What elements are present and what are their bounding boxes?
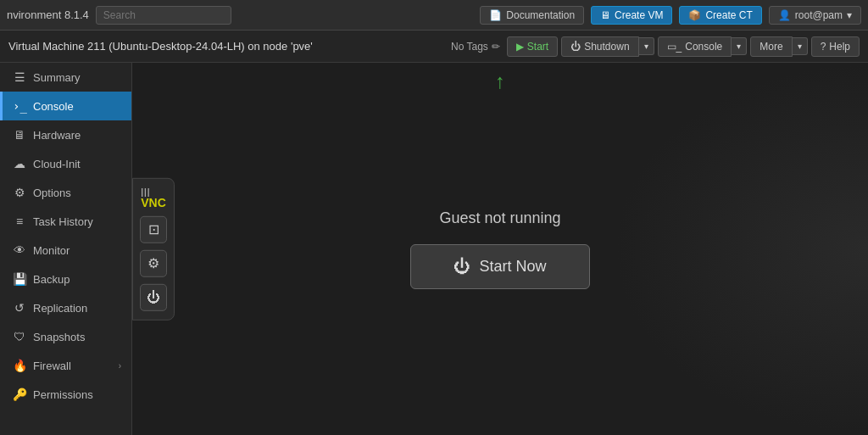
sidebar-item-hardware[interactable]: 🖥 Hardware (0, 120, 131, 149)
task-history-icon: ≡ (13, 215, 26, 228)
console-label: Console (685, 41, 722, 53)
start-now-label: Start Now (479, 258, 546, 276)
snapshots-icon: 🛡 (13, 330, 26, 343)
vnc-power-button[interactable]: ⏻ (140, 284, 167, 311)
sidebar-item-task-history[interactable]: ≡ Task History (0, 207, 131, 236)
vnc-text: VNC (141, 196, 166, 209)
sidebar-item-permissions[interactable]: 🔑 Permissions (0, 380, 131, 409)
start-label: Start (527, 41, 548, 53)
user-label: root@pam (795, 9, 843, 21)
shutdown-dropdown-arrow[interactable]: ▾ (639, 37, 654, 55)
sidebar-item-label: Console (33, 100, 74, 113)
vnc-logo: ||| VNC (141, 187, 166, 209)
help-button[interactable]: ? Help (811, 36, 860, 57)
sidebar-item-replication[interactable]: ↺ Replication (0, 293, 131, 322)
firewall-icon: 🔥 (13, 359, 26, 372)
guest-not-running-text: Guest not running (439, 209, 560, 227)
doc-label: Documentation (506, 9, 575, 21)
create-vm-button[interactable]: 🖥 Create VM (591, 6, 672, 25)
gear-icon: ⚙ (147, 255, 159, 271)
power-icon: ⏻ (570, 41, 581, 53)
user-icon: 👤 (778, 9, 791, 21)
summary-icon: ☰ (13, 70, 26, 84)
more-split-button: More ▾ (750, 36, 807, 57)
sidebar-item-label: Replication (33, 302, 87, 315)
search-input[interactable] (96, 6, 231, 25)
tag-area: No Tags ✏ (451, 41, 500, 53)
options-icon: ⚙ (13, 186, 26, 199)
sidebar-item-backup[interactable]: 💾 Backup (0, 265, 131, 293)
vnc-settings-button[interactable]: ⚙ (140, 250, 167, 277)
doc-icon: 📄 (489, 9, 502, 21)
vm-title: Virtual Machine 211 (Ubuntu-Desktop-24.0… (8, 40, 444, 53)
monitor-icon: 👁 (13, 243, 26, 257)
sidebar-item-summary[interactable]: ☰ Summary (0, 63, 131, 92)
arrow-indicator: ↑ (495, 71, 505, 92)
layout: ☰ Summary ›_ Console 🖥 Hardware ☁ Cloud-… (0, 63, 868, 435)
sidebar-item-label: Backup (33, 273, 70, 286)
guest-message: Guest not running ⏻ Start Now (410, 209, 589, 289)
more-label: More (760, 41, 782, 53)
start-power-icon: ⏻ (453, 257, 470, 276)
backup-icon: 💾 (13, 272, 26, 286)
sidebar-item-label: Firewall (33, 360, 71, 372)
console-button[interactable]: ▭_ Console (658, 36, 732, 57)
user-menu-button[interactable]: 👤 root@pam ▾ (769, 6, 861, 25)
replication-icon: ↺ (13, 301, 26, 315)
sidebar-item-monitor[interactable]: 👁 Monitor (0, 236, 131, 265)
more-dropdown-arrow[interactable]: ▾ (793, 37, 808, 55)
sidebar-item-console[interactable]: ›_ Console (0, 92, 131, 120)
chevron-down-icon: ▾ (847, 9, 852, 21)
sidebar-item-label: Summary (33, 71, 81, 84)
firewall-chevron-icon: › (119, 361, 121, 371)
shutdown-button[interactable]: ⏻ Shutdown (561, 36, 638, 57)
create-ct-button[interactable]: 📦 Create CT (679, 6, 761, 25)
sidebar-item-label: Permissions (33, 388, 93, 401)
monitor-icon: 🖥 (600, 9, 610, 21)
no-tags-label: No Tags (451, 41, 488, 53)
vm-actions: ▶ Start ⏻ Shutdown ▾ ▭_ Console ▾ More ▾… (507, 36, 860, 57)
hardware-icon: 🖥 (13, 128, 26, 142)
sidebar: ☰ Summary ›_ Console 🖥 Hardware ☁ Cloud-… (0, 63, 132, 435)
create-ct-label: Create CT (705, 9, 752, 21)
sidebar-item-label: Snapshots (33, 331, 85, 343)
sidebar-item-label: Task History (33, 215, 93, 228)
permissions-icon: 🔑 (13, 388, 26, 401)
help-label: Help (829, 41, 850, 53)
play-icon: ▶ (516, 41, 524, 53)
console-split-button: ▭_ Console ▾ (658, 36, 748, 57)
start-button[interactable]: ▶ Start (507, 36, 558, 57)
vm-bar: Virtual Machine 211 (Ubuntu-Desktop-24.0… (0, 31, 868, 63)
sidebar-item-label: Cloud-Init (33, 158, 81, 170)
screenshot-icon: ⊡ (148, 221, 159, 237)
more-button[interactable]: More (750, 36, 792, 57)
sidebar-item-snapshots[interactable]: 🛡 Snapshots (0, 322, 131, 351)
sidebar-item-options[interactable]: ⚙ Options (0, 178, 131, 207)
documentation-button[interactable]: 📄 Documentation (480, 6, 584, 25)
main-content: ↑ ||| VNC ⊡ ⚙ ⏻ Guest not running ⏻ Star… (132, 63, 868, 435)
power-icon: ⏻ (147, 290, 160, 305)
bg-decoration (614, 63, 868, 435)
sidebar-item-label: Monitor (33, 244, 70, 257)
top-bar: nvironment 8.1.4 📄 Documentation 🖥 Creat… (0, 0, 868, 31)
app-title: nvironment 8.1.4 (7, 8, 89, 21)
vnc-panel: ||| VNC ⊡ ⚙ ⏻ (132, 177, 175, 320)
create-vm-label: Create VM (615, 9, 663, 21)
start-now-button[interactable]: ⏻ Start Now (410, 244, 589, 289)
sidebar-item-label: Options (33, 187, 71, 199)
help-icon: ? (821, 41, 826, 53)
vnc-screenshot-button[interactable]: ⊡ (140, 216, 167, 243)
console-dropdown-arrow[interactable]: ▾ (732, 37, 747, 55)
sidebar-item-firewall[interactable]: 🔥 Firewall › (0, 351, 131, 380)
sidebar-item-label: Hardware (33, 129, 81, 142)
sidebar-item-cloud-init[interactable]: ☁ Cloud-Init (0, 149, 131, 178)
container-icon: 📦 (688, 9, 701, 21)
shutdown-label: Shutdown (584, 41, 629, 53)
shutdown-split-button: ⏻ Shutdown ▾ (561, 36, 654, 57)
console-icon: ›_ (13, 99, 26, 113)
cloud-init-icon: ☁ (13, 157, 26, 170)
terminal-icon: ▭_ (667, 41, 682, 53)
edit-tag-icon[interactable]: ✏ (492, 41, 500, 53)
